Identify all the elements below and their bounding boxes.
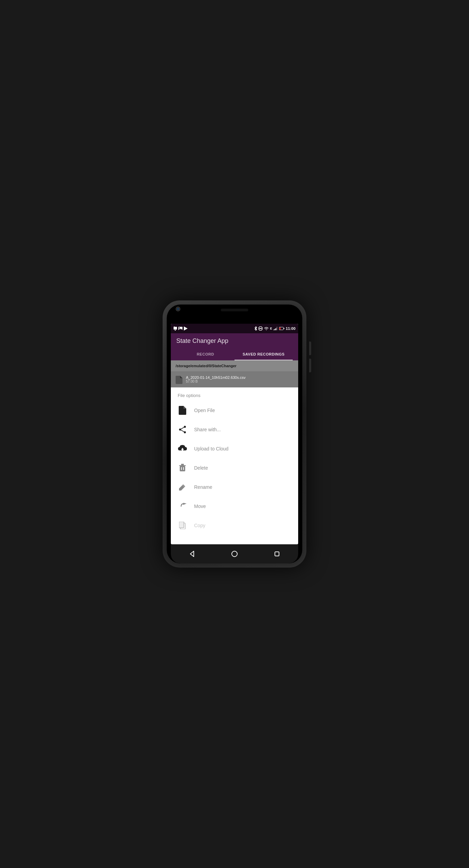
bluetooth-icon — [254, 326, 257, 331]
volume-up-button[interactable] — [309, 342, 311, 355]
phone-camera — [176, 307, 180, 311]
file-path-bar: /storage/emulated/0/StateChanger — [171, 360, 298, 371]
sheet-title: File options — [171, 387, 298, 401]
dnd-icon — [258, 326, 263, 331]
tabs: RECORD SAVED RECORDINGS — [176, 349, 293, 360]
file-icon-small — [176, 376, 182, 383]
share-label: Share with... — [194, 427, 221, 432]
menu-item-share[interactable]: Share with... — [171, 420, 298, 439]
svg-rect-11 — [276, 328, 276, 330]
tab-saved-recordings[interactable]: SAVED RECORDINGS — [234, 349, 293, 360]
battery-icon — [279, 327, 284, 330]
svg-rect-25 — [181, 467, 182, 470]
svg-rect-27 — [180, 467, 185, 467]
phone-device: E 11:00 — [163, 300, 306, 568]
tab-record[interactable]: RECORD — [176, 349, 234, 360]
cloud-upload-icon — [178, 444, 187, 454]
svg-rect-22 — [179, 465, 186, 466]
back-button[interactable] — [185, 547, 199, 561]
image-icon — [178, 327, 182, 330]
menu-item-copy[interactable]: Copy — [171, 516, 298, 535]
open-file-label: Open File — [194, 408, 215, 413]
status-time: 11:00 — [286, 326, 295, 331]
svg-rect-8 — [259, 328, 262, 329]
file-size: 57.00 B — [186, 380, 293, 383]
file-path-text: /storage/emulated/0/StateChanger — [176, 364, 293, 368]
svg-point-4 — [179, 327, 180, 328]
app-bar: State Changer App RECORD SAVED RECORDING… — [171, 333, 298, 360]
svg-line-19 — [180, 427, 185, 430]
notification-icon — [174, 326, 177, 331]
svg-marker-6 — [184, 326, 188, 331]
svg-rect-23 — [181, 464, 184, 465]
copy-icon — [178, 521, 187, 530]
menu-item-move[interactable]: Move — [171, 497, 298, 516]
file-list-item[interactable]: A_2020-01-14_10h51m02.630s.csv 57.00 B — [171, 371, 298, 387]
svg-line-20 — [180, 430, 185, 432]
app-title: State Changer App — [176, 337, 293, 345]
wifi-icon — [264, 327, 269, 330]
home-button[interactable] — [228, 547, 241, 561]
svg-rect-14 — [283, 328, 284, 329]
screen: E 11:00 — [171, 324, 298, 544]
file-name: A_2020-01-14_10h51m02.630s.csv — [186, 375, 293, 380]
rename-icon — [178, 482, 187, 492]
status-icons-right: E 11:00 — [254, 326, 295, 331]
phone-speaker — [221, 309, 248, 311]
delete-label: Delete — [194, 465, 208, 471]
svg-rect-26 — [183, 467, 184, 470]
open-file-icon — [178, 406, 187, 415]
svg-rect-24 — [180, 466, 185, 471]
svg-rect-9 — [274, 330, 274, 330]
menu-item-upload[interactable]: Upload to Cloud — [171, 439, 298, 458]
recents-button[interactable] — [270, 547, 284, 561]
copy-label: Copy — [194, 523, 205, 528]
share-icon — [178, 425, 187, 434]
delete-icon — [178, 463, 187, 473]
move-icon — [178, 501, 187, 511]
menu-item-delete[interactable]: Delete — [171, 458, 298, 478]
nav-bar — [171, 544, 298, 563]
svg-rect-15 — [279, 327, 281, 330]
svg-rect-2 — [175, 330, 176, 331]
menu-item-rename[interactable]: Rename — [171, 478, 298, 497]
svg-marker-29 — [183, 503, 187, 505]
file-options-sheet: File options Open File — [171, 387, 298, 544]
svg-rect-34 — [275, 552, 279, 556]
signal-icon — [274, 327, 278, 330]
status-bar: E 11:00 — [171, 324, 298, 333]
svg-rect-10 — [275, 329, 275, 330]
phone-screen-container: E 11:00 — [167, 305, 302, 563]
upload-label: Upload to Cloud — [194, 446, 228, 451]
svg-rect-12 — [277, 327, 277, 330]
move-label: Move — [194, 504, 206, 509]
status-icons-left — [174, 326, 188, 331]
svg-rect-31 — [179, 522, 184, 528]
svg-point-33 — [232, 551, 237, 557]
rename-label: Rename — [194, 484, 212, 490]
e-signal-icon: E — [270, 327, 272, 330]
svg-marker-32 — [190, 551, 194, 557]
svg-rect-1 — [174, 327, 177, 330]
playstore-icon — [184, 326, 188, 331]
volume-down-button[interactable] — [309, 359, 311, 372]
menu-item-open-file[interactable]: Open File — [171, 401, 298, 420]
file-info: A_2020-01-14_10h51m02.630s.csv 57.00 B — [186, 375, 293, 383]
